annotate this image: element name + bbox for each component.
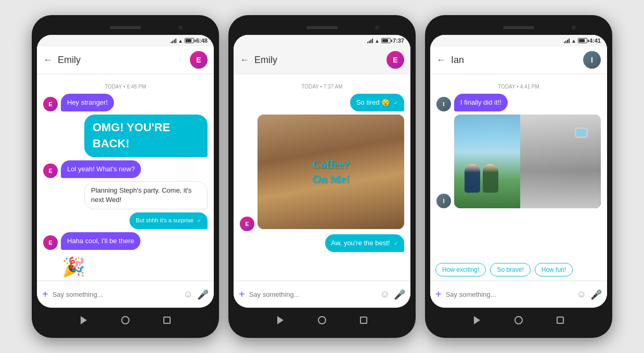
msg-row-skydive: I xyxy=(436,115,601,208)
message-input-1[interactable] xyxy=(53,291,179,298)
chat-area-2[interactable]: TODAY • 7:37 AM So tired 😴 ✓ E xyxy=(234,73,410,281)
check-icon: ✓ xyxy=(197,218,201,223)
mic-button-1[interactable]: 🎤 xyxy=(197,289,209,300)
msg-avatar-ian-2: I xyxy=(436,194,451,208)
battery-3 xyxy=(578,38,587,43)
phone-1-bottom xyxy=(37,308,214,333)
signal-bar xyxy=(369,41,370,43)
phone-1-inner: ▲ 6:48 ← Emily E xyxy=(37,35,214,308)
camera-dot-2 xyxy=(375,26,379,30)
status-icons-1: ▲ xyxy=(171,38,194,44)
bubble-received: Hey stranger! xyxy=(61,94,114,111)
emoji-button-2[interactable]: ☺ xyxy=(380,289,390,300)
date-label-3: TODAY • 4:41 PM xyxy=(436,84,601,90)
nav-recent-2[interactable] xyxy=(358,315,369,325)
back-button-2[interactable]: ← xyxy=(240,55,249,66)
back-button-1[interactable]: ← xyxy=(43,55,53,66)
input-bar-3: + ☺ 🎤 xyxy=(430,281,607,308)
avatar-2[interactable]: E xyxy=(387,51,404,69)
msg-row: Planning Steph's party. Come, it's next … xyxy=(43,181,208,209)
msg-row: So tired 😴 ✓ xyxy=(240,94,404,111)
emoji-button-3[interactable]: ☺ xyxy=(577,289,586,300)
nav-recent-3[interactable] xyxy=(555,315,565,325)
smart-reply-1[interactable]: How exciting! xyxy=(435,263,486,276)
msg-avatar: E xyxy=(43,163,58,178)
msg-avatar-ian: I xyxy=(436,97,451,111)
bubble-sent-white: Planning Steph's party. Come, it's next … xyxy=(84,181,208,209)
time-3: 4:41 xyxy=(589,37,601,44)
signal-bar xyxy=(565,41,566,43)
date-label-1: TODAY • 6:48 PM xyxy=(43,84,208,90)
date-label-2: TODAY • 7:37 AM xyxy=(240,84,404,90)
nav-home-1[interactable] xyxy=(120,315,131,325)
phone-2-inner: ▲ 7:37 ← Emily E xyxy=(234,35,410,308)
signal-bar xyxy=(370,40,371,43)
msg-row: E Haha cool, I'll be there xyxy=(43,232,208,250)
nav-recent-1[interactable] xyxy=(162,315,172,325)
back-button-3[interactable]: ← xyxy=(436,55,446,66)
time-2: 7:37 xyxy=(393,37,404,44)
signal-bar xyxy=(372,39,373,43)
bubble-big: OMG! YOU'RE BACK! xyxy=(84,115,208,157)
battery-2 xyxy=(381,38,391,43)
mic-button-3[interactable]: 🎤 xyxy=(590,289,602,300)
phone-3-bottom xyxy=(430,308,607,333)
message-input-2[interactable] xyxy=(249,291,376,298)
msg-row: But shhh it's a surprise ✓ xyxy=(43,212,208,229)
msg-row: 🎉 xyxy=(43,253,208,281)
input-bar-2: + ☺ 🎤 xyxy=(234,281,410,308)
chat-area-3[interactable]: TODAY • 4:41 PM I I finally did it!! I xyxy=(430,73,607,259)
phone-1-top xyxy=(37,20,214,35)
time-1: 6:48 xyxy=(196,37,208,44)
signal-bar xyxy=(564,42,565,43)
signal-bars-3 xyxy=(564,38,570,43)
nav-home-2[interactable] xyxy=(317,315,327,325)
status-bar-1: ▲ 6:48 xyxy=(37,35,214,46)
message-input-3[interactable] xyxy=(446,291,573,298)
contact-name-1: Emily xyxy=(58,55,190,66)
msg-row: OMG! YOU'RE BACK! xyxy=(43,115,208,157)
avatar-1[interactable]: E xyxy=(190,51,208,69)
plus-button-3[interactable]: + xyxy=(435,288,442,300)
plus-button-1[interactable]: + xyxy=(42,288,48,300)
emoji-bubble: 🎉 xyxy=(61,253,86,281)
nav-back-2[interactable] xyxy=(275,315,286,325)
phone-2: ▲ 7:37 ← Emily E xyxy=(228,15,416,338)
msg-avatar-coffee: E xyxy=(240,217,254,231)
mic-button-2[interactable]: 🎤 xyxy=(394,289,405,300)
wifi-icon-1: ▲ xyxy=(178,38,183,44)
status-bar-3: ▲ 4:41 xyxy=(430,35,607,46)
speaker-2 xyxy=(306,26,338,29)
avatar-3[interactable]: I xyxy=(583,51,601,69)
input-bar-1: + ☺ 🎤 xyxy=(37,281,214,308)
msg-row: E Lol yeah! What's new? xyxy=(43,160,208,178)
msg-row: E Hey stranger! xyxy=(43,94,208,111)
check-icon: ✓ xyxy=(394,241,398,246)
smart-replies-3: How exciting! So brave! How fun! xyxy=(430,259,607,281)
nav-home-3[interactable] xyxy=(513,315,524,325)
coffee-photo: Coffee?On Me! xyxy=(257,115,404,229)
phone-2-bottom xyxy=(234,308,410,333)
skydive-container xyxy=(454,115,601,208)
nav-back-3[interactable] xyxy=(472,315,482,325)
app-header-3: ← Ian I xyxy=(430,46,607,73)
bubble-sent: So tired 😴 ✓ xyxy=(350,94,404,111)
smart-reply-2[interactable]: So brave! xyxy=(490,263,530,276)
signal-bars-2 xyxy=(367,38,373,43)
phone-1: ▲ 6:48 ← Emily E xyxy=(32,15,219,338)
chat-area-1[interactable]: TODAY • 6:48 PM E Hey stranger! OMG! YOU… xyxy=(37,73,214,281)
signal-bar xyxy=(567,40,568,43)
status-icons-3: ▲ xyxy=(564,38,587,44)
emoji-button-1[interactable]: ☺ xyxy=(184,289,193,300)
photo-container: Coffee?On Me! xyxy=(257,115,404,231)
smart-reply-3[interactable]: How fun! xyxy=(535,263,573,276)
msg-row: I I finally did it!! xyxy=(436,94,601,111)
nav-back-1[interactable] xyxy=(79,315,89,325)
signal-bar xyxy=(171,42,172,43)
plus-button-2[interactable]: + xyxy=(239,288,245,300)
app-header-1: ← Emily E xyxy=(37,46,214,73)
msg-avatar: E xyxy=(43,235,58,250)
phone-3-top xyxy=(430,20,607,35)
status-bar-2: ▲ 7:37 xyxy=(234,35,410,46)
signal-bar xyxy=(367,42,368,43)
